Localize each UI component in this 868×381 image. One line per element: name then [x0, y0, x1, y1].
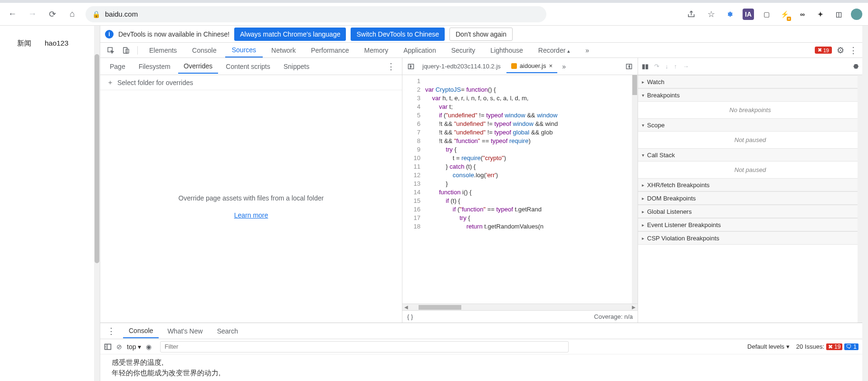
overrides-empty-state: Override page assets with files from a l… [100, 90, 402, 323]
xhr-breakpoints-section[interactable]: XHR/fetch Breakpoints [638, 178, 862, 191]
plus-icon: ＋ [107, 78, 114, 87]
tab-sources[interactable]: Sources [225, 43, 263, 57]
drawer-tab-console[interactable]: Console [123, 324, 159, 338]
page-scrollbar-thumb[interactable] [95, 54, 99, 263]
extension-icon-ia[interactable]: IA [743, 9, 754, 20]
code-editor[interactable]: 123456789101112131415161718 var CryptoJS… [402, 75, 638, 304]
pause-icon[interactable]: ▮▮ [642, 63, 649, 70]
nav-link-news[interactable]: 新闻 [17, 39, 31, 381]
nav-link-hao123[interactable]: hao123 [45, 39, 68, 381]
editor-tab-aidouer[interactable]: aidouer.js × [506, 59, 557, 73]
breakpoints-body: No breakpoints [638, 102, 862, 118]
dom-breakpoints-section[interactable]: DOM Breakpoints [638, 191, 862, 205]
more-menu-icon[interactable]: ⋮ [849, 45, 858, 56]
log-levels-selector[interactable]: Default levels ▾ [747, 343, 790, 350]
share-icon[interactable] [685, 8, 698, 21]
scope-section[interactable]: Scope [638, 118, 862, 132]
event-listener-breakpoints-section[interactable]: Event Listener Breakpoints [638, 218, 862, 231]
home-button[interactable]: ⌂ [66, 8, 79, 21]
step-out-icon[interactable]: ↑ [674, 63, 677, 70]
nav-tab-overrides[interactable]: Overrides [178, 59, 219, 74]
url-text: baidu.com [105, 10, 138, 18]
side-panel-icon[interactable]: ◫ [833, 9, 844, 20]
tab-security[interactable]: Security [445, 44, 482, 57]
editor-status-bar: { } Coverage: n/a [402, 310, 638, 323]
dont-show-again-button[interactable]: Don't show again [449, 28, 513, 41]
coverage-label: Coverage: n/a [594, 313, 633, 320]
tab-console[interactable]: Console [185, 44, 223, 57]
context-selector[interactable]: top ▾ [127, 343, 141, 351]
tab-application[interactable]: Application [397, 44, 443, 57]
tab-memory[interactable]: Memory [358, 44, 395, 57]
address-bar[interactable]: 🔒 baidu.com [86, 6, 546, 22]
select-folder-button[interactable]: ＋ Select folder for overrides [100, 75, 402, 90]
extension-icon-shield[interactable]: ▢ [761, 9, 772, 20]
settings-gear-icon[interactable]: ⚙ [837, 45, 844, 56]
profile-avatar[interactable] [851, 9, 862, 20]
reload-button[interactable]: ⟳ [46, 8, 59, 21]
console-filter-input[interactable] [160, 341, 569, 352]
watch-section[interactable]: Watch [638, 75, 862, 88]
toggle-navigator-icon[interactable] [405, 61, 417, 72]
tab-elements[interactable]: Elements [143, 44, 183, 57]
always-match-language-button[interactable]: Always match Chrome's language [234, 28, 346, 41]
back-button[interactable]: ← [6, 8, 19, 21]
error-count-badge[interactable]: ✖ 19 [815, 47, 832, 54]
console-sidebar-toggle-icon[interactable] [104, 343, 112, 351]
extension-icon-1[interactable]: ❄ [725, 9, 736, 20]
issues-summary[interactable]: 20 Issues: ✖ 19 🗨 1 [796, 343, 858, 350]
nav-tab-page[interactable]: Page [104, 60, 131, 73]
infobar-message: DevTools is now available in Chinese! [118, 30, 229, 38]
bookmark-star-icon[interactable]: ☆ [705, 8, 718, 21]
drawer-menu-icon[interactable]: ⋮ [104, 326, 118, 336]
global-listeners-section[interactable]: Global Listeners [638, 205, 862, 218]
step-over-icon[interactable]: ↷ [654, 63, 659, 70]
extension-icon-link[interactable]: ∞ [797, 9, 808, 20]
navigator-more-icon[interactable]: ⋮ [384, 61, 398, 72]
learn-more-link[interactable]: Learn more [234, 211, 268, 219]
forward-button[interactable]: → [26, 8, 39, 21]
device-toggle-icon[interactable] [119, 44, 133, 57]
inspect-element-icon[interactable] [104, 44, 117, 57]
pretty-print-icon[interactable]: { } [407, 313, 413, 320]
scope-body: Not paused [638, 132, 862, 148]
switch-to-chinese-button[interactable]: Switch DevTools to Chinese [351, 28, 445, 41]
window-scrollbar[interactable] [862, 26, 868, 381]
editor-scrollbar-v[interactable] [632, 75, 638, 304]
editor-scrollbar-h[interactable]: ◀ ▶ [402, 304, 638, 310]
clear-console-icon[interactable]: ⊘ [116, 343, 122, 351]
info-icon: i [105, 30, 114, 38]
page-scrollbar[interactable] [94, 26, 100, 381]
live-expression-icon[interactable]: ◉ [146, 343, 152, 351]
tab-recorder[interactable]: Recorder ▴ [532, 44, 577, 57]
tab-lighthouse[interactable]: Lighthouse [484, 44, 530, 57]
step-icon[interactable]: → [683, 63, 689, 70]
csp-breakpoints-section[interactable]: CSP Violation Breakpoints [638, 231, 862, 245]
close-tab-icon[interactable]: × [549, 62, 553, 69]
callstack-section[interactable]: Call Stack [638, 148, 862, 162]
callstack-body: Not paused [638, 162, 862, 178]
devtools-drawer: ⋮ Console What's New Search ⊘ top ▾ ◉ De… [100, 323, 862, 381]
nav-tab-filesystem[interactable]: Filesystem [133, 60, 176, 73]
editor-tab-jquery[interactable]: jquery-1-edb203c114.10.2.js [418, 60, 506, 73]
drawer-tab-search[interactable]: Search [211, 324, 244, 338]
deactivate-breakpoints-icon[interactable]: ⬣ [853, 63, 858, 70]
tab-performance[interactable]: Performance [304, 44, 355, 57]
step-into-icon[interactable]: ↓ [665, 63, 668, 70]
nav-tab-content-scripts[interactable]: Content scripts [220, 60, 276, 73]
tab-network[interactable]: Network [265, 44, 302, 57]
breakpoints-section[interactable]: Breakpoints [638, 88, 862, 102]
nav-tab-snippets[interactable]: Snippets [278, 60, 315, 73]
line-gutter: 123456789101112131415161718 [402, 75, 425, 304]
extension-icon-power[interactable]: ⚡× [779, 9, 790, 20]
tabs-overflow-icon[interactable]: » [579, 44, 596, 57]
svg-rect-1 [124, 48, 127, 53]
toggle-debugger-icon[interactable] [623, 61, 635, 72]
debugger-scrollbar[interactable] [858, 75, 862, 323]
debugger-toolbar: ▮▮ ↷ ↓ ↑ → ⬣ [638, 58, 862, 75]
drawer-tab-whats-new[interactable]: What's New [162, 324, 208, 338]
editor-tabs: jquery-1-edb203c114.10.2.js aidouer.js ×… [402, 58, 638, 75]
editor-tabs-overflow-icon[interactable]: » [558, 61, 570, 72]
extensions-puzzle-icon[interactable]: ✦ [815, 9, 826, 20]
devtools-main-tabs: Elements Console Sources Network Perform… [100, 43, 862, 58]
